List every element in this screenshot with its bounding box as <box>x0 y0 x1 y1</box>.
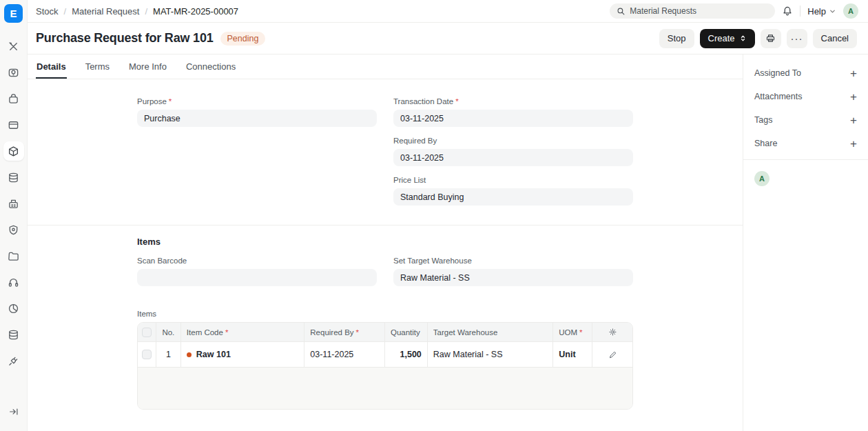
row-quantity[interactable]: 1,500 <box>385 342 428 367</box>
help-menu[interactable]: Help <box>807 6 836 17</box>
col-header-target-warehouse: Target Warehouse <box>428 323 553 341</box>
chevron-down-icon <box>829 8 836 15</box>
add-attachment-icon[interactable]: + <box>850 91 857 103</box>
menu-more-button[interactable]: ··· <box>787 29 807 48</box>
items-table-header: No. Item Code* Required By* Quantity Tar… <box>138 323 632 341</box>
required-asterisk: * <box>455 97 458 106</box>
add-assignment-icon[interactable]: + <box>850 68 857 79</box>
stop-button[interactable]: Stop <box>659 29 694 48</box>
stack-integrations-icon[interactable] <box>3 325 24 344</box>
add-share-icon[interactable]: + <box>850 138 857 150</box>
items-table: No. Item Code* Required By* Quantity Tar… <box>137 322 633 410</box>
row-item-code[interactable]: Raw 101 <box>181 342 304 367</box>
share-label: Share <box>754 139 777 148</box>
breadcrumb-separator: / <box>64 6 67 17</box>
row-required-by[interactable]: 03-11-2025 <box>304 342 385 367</box>
print-button[interactable] <box>761 29 781 48</box>
tools-icon[interactable] <box>3 37 24 56</box>
shield-quality-icon[interactable] <box>3 220 24 239</box>
search-value: Material Requests <box>630 6 696 16</box>
share-row[interactable]: Share + <box>754 132 857 155</box>
tab-details[interactable]: Details <box>36 54 67 79</box>
help-label: Help <box>807 6 826 17</box>
purpose-field[interactable] <box>137 110 377 127</box>
create-button[interactable]: Create <box>700 29 755 48</box>
notifications-bell-icon[interactable] <box>782 6 793 17</box>
required-asterisk: * <box>169 97 172 106</box>
transaction-date-label: Transaction Date* <box>393 97 633 106</box>
search-icon <box>617 7 626 16</box>
items-section-heading: Items <box>137 237 633 247</box>
factory-icon[interactable] <box>3 194 24 213</box>
cancel-button[interactable]: Cancel <box>813 29 857 48</box>
app-sidebar-rail: E <box>0 0 28 431</box>
row-target-warehouse[interactable]: Raw Material - SS <box>428 342 553 367</box>
page-title: Purchase Request for Raw 101 <box>36 31 214 46</box>
add-tag-icon[interactable]: + <box>850 114 857 126</box>
grid-empty-area <box>138 367 632 409</box>
breadcrumb-stock[interactable]: Stock <box>36 6 59 17</box>
required-by-field[interactable] <box>393 149 633 166</box>
assigned-to-row[interactable]: Assigned To + <box>754 61 857 85</box>
pencil-icon <box>608 350 617 359</box>
required-asterisk: * <box>579 328 582 337</box>
required-asterisk: * <box>225 328 228 337</box>
stack-manufacturing-icon[interactable] <box>3 168 24 187</box>
assigned-to-label: Assigned To <box>754 68 801 78</box>
status-badge: Pending <box>220 32 266 46</box>
global-search-input[interactable]: Material Requests <box>610 3 775 19</box>
price-list-label: Price List <box>393 176 633 184</box>
sidebar-user-avatar[interactable]: A <box>754 171 769 186</box>
tab-more-info[interactable]: More Info <box>128 54 167 79</box>
tab-connections[interactable]: Connections <box>185 54 236 79</box>
required-by-label: Required By <box>393 137 633 145</box>
scan-barcode-label: Scan Barcode <box>137 257 377 265</box>
col-header-required-by: Required By* <box>304 323 385 341</box>
price-list-field[interactable] <box>393 188 633 206</box>
sort-chevrons-icon <box>739 34 747 42</box>
stock-cube-icon[interactable] <box>3 141 24 161</box>
set-target-warehouse-field[interactable] <box>393 269 633 286</box>
row-uom[interactable]: Unit <box>553 342 592 367</box>
folder-projects-icon[interactable] <box>3 246 24 265</box>
row-checkbox[interactable] <box>142 350 152 359</box>
form-sidebar: Assigned To + Attachments + Tags + Share… <box>743 54 868 431</box>
attachments-label: Attachments <box>754 92 802 101</box>
form-tabs: Details Terms More Info Connections <box>28 54 743 79</box>
required-asterisk: * <box>356 328 359 337</box>
erpnext-logo[interactable]: E <box>4 4 23 23</box>
plug-connections-icon[interactable] <box>3 351 24 370</box>
col-header-item-code: Item Code* <box>181 323 304 341</box>
row-edit-button[interactable] <box>592 342 632 367</box>
col-header-no: No. <box>156 323 181 341</box>
attachments-row[interactable]: Attachments + <box>754 85 857 108</box>
bag-hr-icon[interactable] <box>3 89 24 108</box>
expand-sidebar-icon[interactable] <box>3 402 24 421</box>
page-head: Purchase Request for Raw 101 Pending Sto… <box>28 23 868 54</box>
items-grid-label: Items <box>137 310 633 318</box>
create-button-label: Create <box>708 33 735 43</box>
row-index: 1 <box>156 342 181 367</box>
sidebar-divider <box>743 159 868 160</box>
user-avatar[interactable]: A <box>843 3 858 19</box>
tab-terms[interactable]: Terms <box>85 54 110 79</box>
tags-row[interactable]: Tags + <box>754 108 857 132</box>
top-navbar: Stock / Material Request / MAT-MR-2025-0… <box>28 0 868 23</box>
scan-barcode-field[interactable] <box>137 269 377 286</box>
breadcrumb: Stock / Material Request / MAT-MR-2025-0… <box>36 6 238 17</box>
tags-label: Tags <box>754 115 772 125</box>
table-row[interactable]: 1 Raw 101 03-11-2025 1,500 Raw Material … <box>138 341 632 367</box>
webcam-assets-icon[interactable] <box>3 63 24 82</box>
gear-icon <box>608 328 617 337</box>
transaction-date-field[interactable] <box>393 110 633 127</box>
col-header-uom: UOM* <box>553 323 592 341</box>
headset-support-icon[interactable] <box>3 272 24 292</box>
grid-settings-button[interactable] <box>592 323 632 341</box>
breadcrumb-current-doc[interactable]: MAT-MR-2025-00007 <box>153 6 238 17</box>
card-payables-icon[interactable] <box>3 115 24 134</box>
pie-analytics-icon[interactable] <box>3 299 24 318</box>
select-all-checkbox[interactable] <box>142 328 152 337</box>
printer-icon <box>765 33 776 43</box>
breadcrumb-material-request[interactable]: Material Request <box>72 6 139 17</box>
purpose-label: Purpose* <box>137 97 377 106</box>
